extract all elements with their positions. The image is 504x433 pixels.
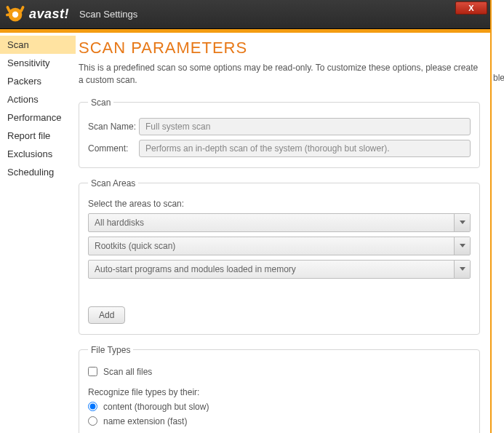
- sidebar: ScanSensitivityPackersActionsPerformance…: [0, 33, 76, 433]
- scan-area-combo-2[interactable]: Auto-start programs and modules loaded i…: [88, 260, 471, 279]
- app-logo: avast!: [4, 4, 69, 25]
- scan-area-combo-text: All harddisks: [89, 218, 454, 228]
- radio-name-extension-label[interactable]: name extension (fast): [103, 416, 187, 426]
- scan-all-files-label[interactable]: Scan all files: [103, 367, 152, 377]
- avast-logo-icon: [4, 4, 26, 25]
- sidebar-item-report-file[interactable]: Report file: [0, 127, 76, 145]
- scan-all-files-checkbox[interactable]: [88, 367, 97, 376]
- svg-point-1: [12, 11, 18, 17]
- content-pane: SCAN PARAMETERS This is a predefined sca…: [76, 33, 490, 433]
- window-title: Scan Settings: [79, 9, 137, 20]
- file-types-fieldset: File Types Scan all files Recognize file…: [79, 345, 480, 433]
- scan-areas-fieldset: Scan Areas Select the areas to scan: All…: [79, 178, 480, 335]
- sidebar-item-scheduling[interactable]: Scheduling: [0, 163, 76, 181]
- sidebar-item-exclusions[interactable]: Exclusions: [0, 145, 76, 163]
- chevron-down-icon: [460, 244, 465, 247]
- radio-content-label[interactable]: content (thorough but slow): [103, 402, 209, 412]
- dropdown-button[interactable]: [454, 214, 470, 231]
- titlebar: avast! Scan Settings X: [0, 0, 490, 29]
- scan-name-label: Scan Name:: [88, 122, 139, 132]
- page-subtitle: This is a predefined scan so some option…: [79, 62, 480, 87]
- sidebar-item-sensitivity[interactable]: Sensitivity: [0, 54, 76, 72]
- scan-area-combo-0[interactable]: All harddisks: [88, 213, 471, 232]
- svg-rect-2: [6, 5, 11, 12]
- sidebar-item-performance[interactable]: Performance: [0, 108, 76, 127]
- dropdown-button[interactable]: [454, 237, 470, 255]
- file-types-legend: File Types: [88, 345, 133, 355]
- scan-area-combo-text: Rootkits (quick scan): [89, 241, 454, 251]
- areas-instruction: Select the areas to scan:: [88, 199, 471, 209]
- add-button[interactable]: Add: [88, 306, 125, 324]
- close-button[interactable]: X: [455, 1, 487, 15]
- dropdown-button[interactable]: [454, 261, 470, 278]
- svg-rect-3: [20, 5, 25, 12]
- close-icon: X: [468, 4, 473, 12]
- page-title: SCAN PARAMETERS: [79, 39, 480, 57]
- background-partial-text: ble: [493, 73, 504, 83]
- comment-label: Comment:: [88, 143, 139, 154]
- app-logo-text: avast!: [29, 7, 69, 22]
- comment-input[interactable]: [139, 140, 471, 157]
- scan-area-combo-text: Auto-start programs and modules loaded i…: [89, 264, 454, 274]
- chevron-down-icon: [460, 267, 465, 271]
- scan-area-combo-1[interactable]: Rootkits (quick scan): [88, 237, 471, 255]
- scan-legend: Scan: [88, 98, 113, 108]
- sidebar-item-actions[interactable]: Actions: [0, 90, 76, 108]
- settings-window: avast! Scan Settings X ScanSensitivityPa…: [0, 0, 492, 433]
- scan-name-input[interactable]: [139, 118, 471, 135]
- scan-fieldset: Scan Scan Name: Comment:: [79, 98, 480, 168]
- recognize-label: Recognize file types by their:: [88, 387, 471, 397]
- sidebar-item-packers[interactable]: Packers: [0, 72, 76, 90]
- radio-name-extension[interactable]: [88, 416, 97, 426]
- chevron-down-icon: [460, 221, 465, 224]
- sidebar-item-scan[interactable]: Scan: [0, 36, 76, 54]
- scan-areas-legend: Scan Areas: [88, 178, 138, 188]
- radio-content[interactable]: [88, 402, 97, 411]
